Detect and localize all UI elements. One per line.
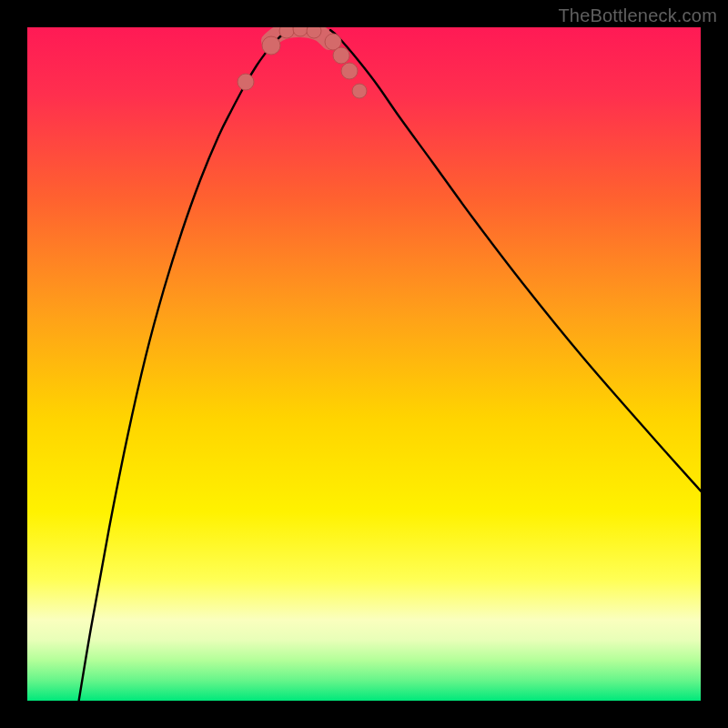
marker-point [262,36,280,55]
chart-svg [27,27,701,701]
marker-point [279,27,294,38]
marker-point [352,84,367,98]
plot-area [27,27,701,701]
marker-point [238,74,254,90]
curve-left-curve [77,30,289,701]
marker-point [333,47,349,64]
marker-point [307,27,321,38]
marker-point [341,63,358,79]
chart-frame: TheBottleneck.com [0,0,728,728]
attribution-label: TheBottleneck.com [558,5,717,26]
curve-right-curve [330,30,701,496]
curve-markers [238,27,367,98]
curve-lines [77,30,701,701]
